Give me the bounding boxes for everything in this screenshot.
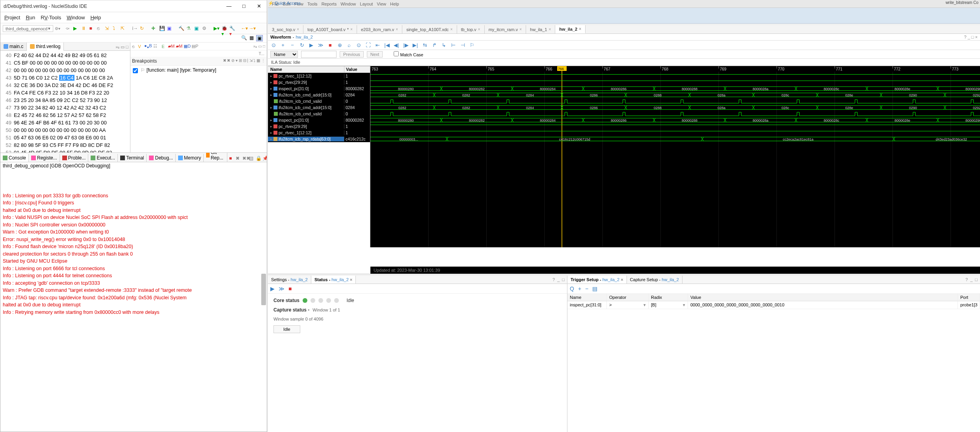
maximize-button[interactable]: □ bbox=[238, 2, 249, 11]
dis-d-icon[interactable]: ▦D bbox=[184, 44, 190, 49]
remove-all-icon[interactable]: ✖✖ bbox=[242, 156, 248, 161]
flag-icon[interactable]: ⚐ bbox=[469, 42, 475, 48]
instruction-step-icon[interactable]: i→ bbox=[132, 26, 138, 32]
tool-icon[interactable]: ⚗ bbox=[186, 26, 193, 32]
help-icon[interactable]: ? bbox=[965, 277, 968, 282]
tab-e203-itcm[interactable]: e203_itcm_ram.v × bbox=[357, 25, 402, 33]
tab-hw-ila-1[interactable]: hw_ila_1 × bbox=[526, 25, 555, 33]
match-case-checkbox[interactable] bbox=[394, 51, 399, 56]
close-tab-icon[interactable]: × bbox=[478, 27, 480, 32]
tab-console[interactable]: Console bbox=[0, 154, 29, 162]
run-icon[interactable]: ▶▾ bbox=[214, 26, 220, 32]
mod-m-icon[interactable]: ▰M bbox=[168, 44, 174, 49]
scroll-lock-icon[interactable]: 🔒 bbox=[256, 156, 261, 161]
trig-search-icon[interactable]: Q bbox=[570, 286, 574, 292]
save-icon[interactable]: 💾 bbox=[159, 26, 166, 32]
help-icon[interactable]: ? bbox=[552, 277, 555, 282]
signal-row[interactable]: ▸pc_rtvec_1[12:12]1 bbox=[268, 73, 370, 79]
quick-access-link[interactable]: ⚡ Quick Access bbox=[268, 1, 301, 6]
zoom-out-icon[interactable]: ⌕ bbox=[346, 42, 352, 48]
clear-icon[interactable]: ▤ bbox=[249, 156, 255, 161]
tab-status[interactable]: Status - hw_ila_2 × bbox=[311, 276, 356, 284]
waveform-link[interactable]: hw_ila_2 bbox=[296, 35, 312, 39]
launch-config-combo[interactable]: third_debug_openocd ▾ bbox=[3, 25, 53, 32]
previous-button[interactable]: Previous bbox=[340, 51, 364, 57]
status-stop-icon[interactable]: ■ bbox=[288, 286, 292, 292]
tab-third-verilog[interactable]: third.verilog bbox=[27, 43, 64, 51]
go-start-icon[interactable]: |◀ bbox=[384, 42, 390, 48]
build-icon[interactable]: 🔨 bbox=[179, 26, 185, 32]
search-field-combo[interactable]: Name bbox=[270, 51, 298, 58]
play-icon[interactable]: ▶ bbox=[308, 42, 314, 48]
tab-a100t-board[interactable]: top_A100T_board.v *× bbox=[303, 25, 357, 33]
status-ffwd-icon[interactable]: ≫ bbox=[279, 286, 285, 292]
trig-hdr-radix[interactable]: Radix bbox=[649, 294, 688, 301]
remove-wave-icon[interactable]: − bbox=[289, 42, 296, 48]
zoom-in-icon[interactable]: ⊕ bbox=[337, 42, 343, 48]
menu-rvtools[interactable]: RV-Tools bbox=[41, 15, 61, 20]
stop-icon[interactable]: ■ bbox=[89, 26, 95, 32]
close-tab-icon[interactable]: × bbox=[549, 27, 551, 32]
signal-row[interactable]: ▸ifu2itcm_icb_cmd_addr[15:0]0284 bbox=[268, 92, 370, 98]
ffwd-icon[interactable]: ≫ bbox=[318, 42, 324, 48]
tab-hw-ila-2[interactable]: hw_ila_2 × bbox=[555, 25, 586, 33]
tab-capture-setup[interactable]: Capture Setup - hw_ila_2 bbox=[627, 276, 682, 284]
add-icon[interactable]: + bbox=[280, 42, 286, 48]
resume-icon[interactable]: ▶ bbox=[73, 26, 80, 32]
signal-row[interactable]: ▸inspect_pc[31:0]80000282 bbox=[268, 117, 370, 123]
minimize-button[interactable]: — bbox=[223, 2, 234, 11]
signal-row[interactable]: ▸pc_rtvec[29:29]1 bbox=[268, 123, 370, 130]
step-into-icon[interactable]: ⇲ bbox=[105, 26, 111, 32]
close-tab-icon[interactable]: × bbox=[579, 27, 581, 31]
trig-menu-icon[interactable]: ▤ bbox=[592, 286, 597, 292]
hex-editor[interactable]: 40F2 40 62 44 D2 44 42 49 B2 49 05 61 82… bbox=[0, 51, 130, 152]
menu-help[interactable]: Help bbox=[90, 15, 101, 20]
console-scrollbar-thumb[interactable] bbox=[261, 274, 266, 305]
zoom-fit-icon[interactable]: ⊙ bbox=[270, 42, 277, 48]
max-icon[interactable]: □ bbox=[562, 277, 565, 282]
tab-trigger-setup[interactable]: Trigger Setup - hw_ila_2 × bbox=[567, 276, 627, 284]
value-column-header[interactable]: Value bbox=[344, 66, 370, 72]
trigger-row[interactable]: inspect_pc[31:0] > ▾ [B] ▾ 0000_0000_000… bbox=[567, 301, 980, 309]
signal-row[interactable]: ifu2itcm_icb_cmd_valid0 bbox=[268, 111, 370, 117]
idle-button[interactable]: Idle bbox=[273, 325, 300, 333]
mem-m-icon[interactable]: ▰M bbox=[176, 44, 182, 49]
zoom-area-icon[interactable]: ⊙ bbox=[355, 42, 362, 48]
trig-hdr-name[interactable]: Name bbox=[567, 294, 607, 301]
full-icon[interactable]: ⛶ bbox=[365, 42, 371, 48]
terminate-icon[interactable]: ■ bbox=[229, 156, 234, 161]
menu-project[interactable]: Project bbox=[4, 15, 20, 20]
tab-settings[interactable]: Settings - hw_ila_2 bbox=[268, 276, 311, 284]
close-button[interactable]: ✕ bbox=[253, 2, 264, 11]
pause-icon[interactable]: ⏸ bbox=[81, 26, 87, 32]
breakpoint-item[interactable]: ⚐ [function: main] [type: Temporary] bbox=[133, 67, 216, 73]
breakpoint-checkbox[interactable] bbox=[133, 68, 138, 73]
search-input[interactable] bbox=[301, 51, 337, 58]
trig-remove-icon[interactable]: − bbox=[585, 286, 588, 292]
tab-tb-top[interactable]: tb_top.v × bbox=[457, 25, 485, 33]
tab-soc-top[interactable]: 3_soc_top.v × bbox=[268, 25, 303, 33]
tab-git[interactable]: Git Rep... bbox=[204, 153, 227, 162]
close-tab-icon[interactable]: × bbox=[450, 27, 453, 32]
status-play-icon[interactable]: ▶ bbox=[270, 286, 275, 292]
tab-terminal[interactable]: Terminal bbox=[118, 154, 147, 162]
tab-debug[interactable]: Debug... bbox=[147, 154, 175, 162]
per-p-icon[interactable]: ▤P bbox=[192, 44, 198, 49]
close-tab-icon[interactable]: × bbox=[519, 27, 522, 32]
tab-registers[interactable]: Registe... bbox=[29, 154, 60, 162]
tab-main-c[interactable]: main.c bbox=[0, 43, 27, 50]
gear-icon[interactable]: ⚙ bbox=[202, 26, 208, 32]
signal-row[interactable]: ▸pc_rtvec_1[12:12]1 bbox=[268, 130, 370, 136]
var-v-icon[interactable]: V bbox=[136, 44, 143, 49]
signal-row[interactable]: ifu2itcm_icb_cmd_valid0 bbox=[268, 98, 370, 104]
forward-icon[interactable]: →▾ bbox=[249, 26, 255, 32]
trig-hdr-value[interactable]: Value bbox=[688, 294, 958, 301]
search-icon[interactable]: 🔍 bbox=[241, 35, 247, 41]
close-tab-icon[interactable]: × bbox=[396, 27, 398, 32]
close-tab-icon[interactable]: × bbox=[350, 27, 353, 32]
signal-row[interactable]: ▸inspect_pc[31:0]80000282 bbox=[268, 85, 370, 92]
tab-single-top-xdc[interactable]: single_top_A100T.xdc × bbox=[402, 25, 457, 33]
max-icon[interactable]: □ bbox=[975, 277, 978, 282]
ext-tools-icon[interactable]: 🔧▾ bbox=[229, 26, 236, 32]
next-edge-icon[interactable]: |▶ bbox=[403, 42, 409, 48]
